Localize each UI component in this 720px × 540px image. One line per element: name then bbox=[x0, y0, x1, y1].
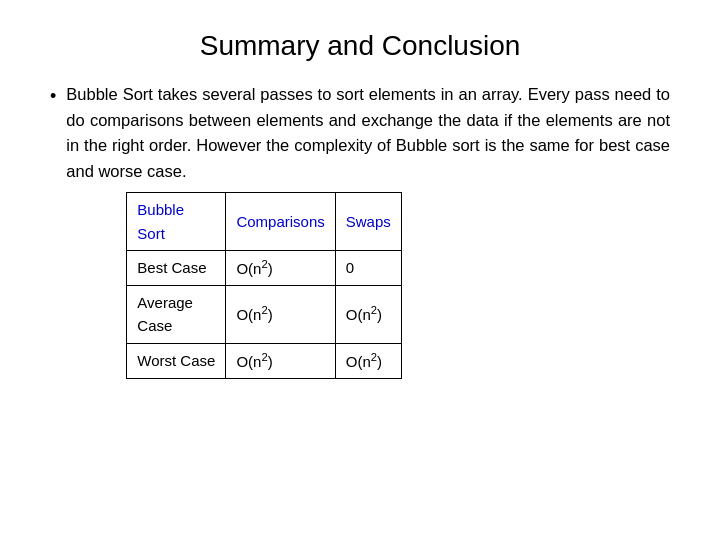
bullet-text: Bubble Sort takes several passes to sort… bbox=[66, 85, 670, 180]
slide-content: • Bubble Sort takes several passes to so… bbox=[50, 82, 670, 510]
complexity-table: BubbleSort Comparisons Swaps Best Case O… bbox=[126, 192, 401, 379]
average-case-label: AverageCase bbox=[127, 286, 226, 344]
bullet-item: • Bubble Sort takes several passes to so… bbox=[50, 82, 670, 379]
worst-case-swaps: O(n2) bbox=[335, 343, 401, 378]
best-case-swaps: 0 bbox=[335, 250, 401, 285]
table-row-best: Best Case O(n2) 0 bbox=[127, 250, 401, 285]
complexity-table-container: BubbleSort Comparisons Swaps Best Case O… bbox=[126, 192, 670, 379]
bullet-dot: • bbox=[50, 83, 56, 111]
average-case-comparisons: O(n2) bbox=[226, 286, 335, 344]
worst-case-comparisons: O(n2) bbox=[226, 343, 335, 378]
best-case-comparisons: O(n2) bbox=[226, 250, 335, 285]
col-header-comparisons: Comparisons bbox=[226, 193, 335, 251]
table-row-average: AverageCase O(n2) O(n2) bbox=[127, 286, 401, 344]
col-header-bubble-sort: BubbleSort bbox=[127, 193, 226, 251]
slide-title: Summary and Conclusion bbox=[50, 30, 670, 62]
table-header-row: BubbleSort Comparisons Swaps bbox=[127, 193, 401, 251]
table-row-worst: Worst Case O(n2) O(n2) bbox=[127, 343, 401, 378]
worst-case-label: Worst Case bbox=[127, 343, 226, 378]
best-case-label: Best Case bbox=[127, 250, 226, 285]
slide: Summary and Conclusion • Bubble Sort tak… bbox=[0, 0, 720, 540]
col-header-swaps: Swaps bbox=[335, 193, 401, 251]
average-case-swaps: O(n2) bbox=[335, 286, 401, 344]
